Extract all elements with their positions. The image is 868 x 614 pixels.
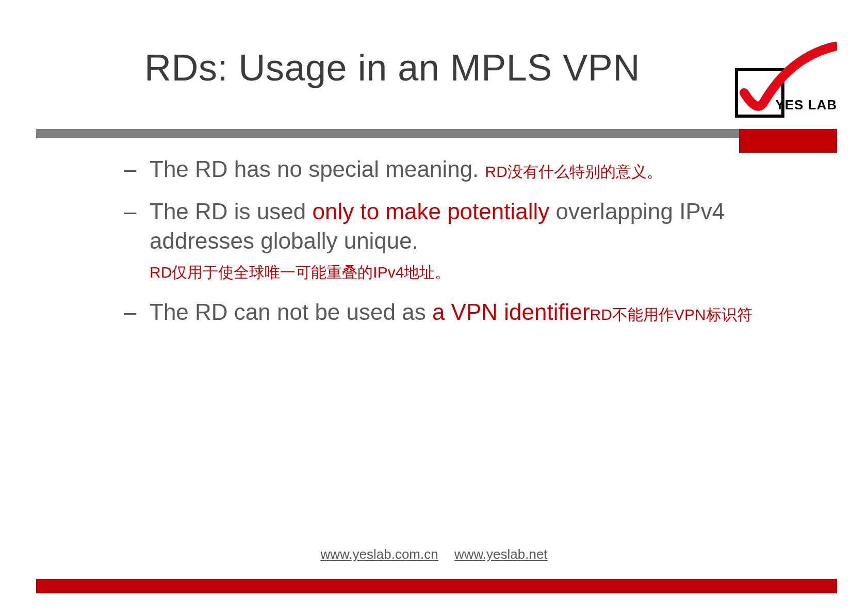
bullet-1: – The RD has no special meaning. RD没有什么特…	[124, 155, 765, 184]
slide: RDs: Usage in an MPLS VPN YES LAB – The …	[0, 0, 868, 614]
bullet-2-emphasis: only to make potentially	[312, 199, 549, 224]
bullet-3-prefix: The RD can not be used as	[150, 299, 432, 325]
accent-red-top	[739, 129, 837, 153]
dash-icon: –	[124, 155, 136, 184]
bullet-1-text: The RD has no special meaning.	[150, 156, 485, 182]
logo-text: YES LAB	[775, 97, 837, 113]
accent-red-bottom	[36, 579, 837, 593]
body-content: – The RD has no special meaning. RD没有什么特…	[124, 155, 765, 341]
dash-icon: –	[124, 298, 136, 327]
bullet-2-prefix: The RD is used	[150, 199, 312, 224]
footer-link-1[interactable]: www.yeslab.com.cn	[320, 546, 438, 562]
slide-title: RDs: Usage in an MPLS VPN	[144, 46, 640, 89]
footer-link-2[interactable]: www.yeslab.net	[454, 546, 548, 562]
bullet-2-annotation: RD仅用于使全球唯一可能重叠的IPv4地址。	[150, 264, 450, 281]
bullet-3: – The RD can not be used as a VPN identi…	[124, 298, 765, 327]
bullet-3-emphasis: a VPN identifier	[432, 299, 590, 325]
dash-icon: –	[124, 197, 136, 226]
footer-links: www.yeslab.com.cn www.yeslab.net	[0, 546, 868, 562]
bullet-2: – The RD is used only to make potentiall…	[124, 197, 765, 284]
bullet-3-annotation: RD不能用作VPN标识符	[590, 306, 752, 323]
bullet-1-annotation: RD没有什么特别的意义。	[485, 163, 662, 180]
divider-gray	[36, 129, 739, 138]
